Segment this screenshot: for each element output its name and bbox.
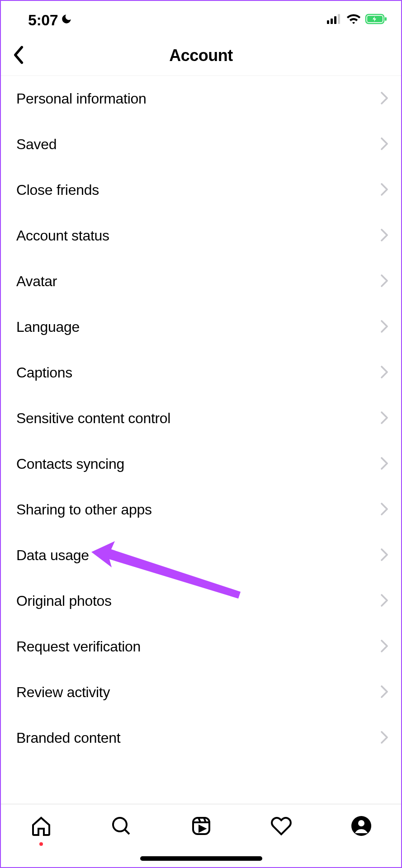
back-button[interactable]	[8, 41, 29, 70]
header: Account	[1, 35, 401, 76]
menu-item-avatar[interactable]: Avatar	[1, 259, 401, 304]
status-time: 5:07	[28, 11, 58, 29]
menu-item-close-friends[interactable]: Close friends	[1, 167, 401, 213]
notification-dot	[39, 842, 43, 846]
menu-item-personal-information[interactable]: Personal information	[1, 76, 401, 122]
svg-line-10	[125, 830, 129, 834]
chevron-right-icon	[380, 685, 388, 700]
menu-item-label: Saved	[16, 136, 57, 153]
status-right	[327, 14, 388, 26]
tab-reels[interactable]	[188, 815, 215, 839]
menu-item-label: Personal information	[16, 90, 147, 107]
home-icon	[30, 815, 52, 839]
menu-item-label: Account status	[16, 227, 109, 244]
chevron-right-icon	[380, 91, 388, 107]
menu-item-sharing-to-other-apps[interactable]: Sharing to other apps	[1, 487, 401, 533]
tab-profile[interactable]	[348, 815, 375, 839]
menu-item-label: Request verification	[16, 638, 141, 655]
chevron-right-icon	[380, 365, 388, 381]
chevron-right-icon	[380, 731, 388, 746]
svg-rect-1	[331, 19, 333, 24]
menu-item-saved[interactable]: Saved	[1, 122, 401, 167]
menu-item-account-status[interactable]: Account status	[1, 213, 401, 259]
tab-search[interactable]	[108, 815, 135, 839]
chevron-right-icon	[380, 320, 388, 335]
menu-item-language[interactable]: Language	[1, 304, 401, 350]
chevron-right-icon	[380, 457, 388, 472]
menu-item-captions[interactable]: Captions	[1, 350, 401, 396]
chevron-right-icon	[380, 137, 388, 152]
menu-item-label: Close friends	[16, 182, 99, 198]
chevron-right-icon	[380, 639, 388, 655]
search-icon	[110, 815, 132, 839]
menu-item-sensitive-content-control[interactable]: Sensitive content control	[1, 396, 401, 441]
menu-item-data-usage[interactable]: Data usage	[1, 533, 401, 578]
menu-item-label: Captions	[16, 364, 72, 381]
chevron-right-icon	[380, 548, 388, 563]
svg-rect-2	[334, 16, 336, 24]
chevron-right-icon	[380, 594, 388, 609]
menu-item-label: Avatar	[16, 273, 57, 290]
home-indicator	[140, 856, 262, 861]
svg-rect-0	[327, 20, 329, 24]
svg-marker-15	[199, 826, 205, 831]
chevron-right-icon	[380, 502, 388, 518]
cellular-icon	[327, 14, 342, 26]
reels-icon	[190, 815, 212, 839]
svg-rect-3	[338, 14, 340, 24]
menu-item-contacts-syncing[interactable]: Contacts syncing	[1, 441, 401, 487]
menu-item-label: Original photos	[16, 593, 112, 609]
chevron-left-icon	[12, 59, 25, 66]
status-bar: 5:07	[1, 1, 401, 35]
menu-item-original-photos[interactable]: Original photos	[1, 578, 401, 624]
menu-item-label: Contacts syncing	[16, 456, 124, 472]
svg-rect-6	[385, 17, 387, 21]
svg-point-17	[358, 820, 364, 826]
tab-activity[interactable]	[268, 815, 295, 839]
menu-item-request-verification[interactable]: Request verification	[1, 624, 401, 670]
profile-icon	[350, 815, 372, 839]
wifi-icon	[347, 14, 360, 26]
chevron-right-icon	[380, 411, 388, 426]
battery-icon	[365, 14, 388, 26]
chevron-right-icon	[380, 274, 388, 289]
svg-point-9	[113, 818, 127, 831]
moon-icon	[61, 13, 72, 27]
menu-item-label: Sharing to other apps	[16, 501, 152, 518]
menu-item-label: Branded content	[16, 730, 120, 746]
tab-home[interactable]	[28, 815, 55, 846]
menu-item-label: Data usage	[16, 547, 89, 564]
status-left: 5:07	[28, 11, 72, 29]
chevron-right-icon	[380, 183, 388, 198]
page-title: Account	[169, 46, 233, 65]
menu-item-label: Language	[16, 319, 80, 335]
menu-item-review-activity[interactable]: Review activity	[1, 670, 401, 715]
menu-item-label: Sensitive content control	[16, 410, 170, 427]
heart-icon	[270, 815, 292, 839]
menu-list: Personal informationSavedClose friendsAc…	[1, 76, 401, 761]
chevron-right-icon	[380, 228, 388, 244]
menu-item-label: Review activity	[16, 684, 110, 701]
menu-item-branded-content[interactable]: Branded content	[1, 715, 401, 761]
